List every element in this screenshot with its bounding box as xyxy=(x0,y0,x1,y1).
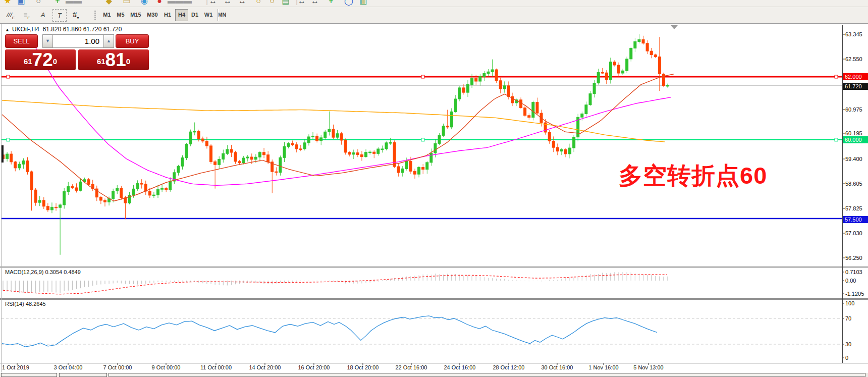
resistance-price-badge: 62.000 xyxy=(843,73,868,80)
buy-price-small: 61 xyxy=(97,57,105,66)
pivot-line-handle xyxy=(421,138,424,141)
sell-button[interactable]: SELL xyxy=(5,34,38,48)
one-click-trading-panel: SELL ▼ ▲ BUY 61720 61810 xyxy=(4,34,149,71)
volume-decrease-button[interactable]: ▼ xyxy=(42,34,53,48)
pivot-line[interactable] xyxy=(2,138,842,141)
rsi-panel xyxy=(2,316,842,347)
volume-increase-button[interactable]: ▲ xyxy=(103,34,114,48)
resistance-line[interactable] xyxy=(2,75,842,78)
buy-price-box[interactable]: 61810 xyxy=(78,49,149,70)
sell-price-small: 61 xyxy=(24,57,32,66)
rsi-label: RSI(14) 48.2645 xyxy=(5,301,46,307)
resistance-line-handle xyxy=(7,75,10,78)
macd-label: MACD(12,26,9) 0.3054 0.4849 xyxy=(5,269,81,275)
support-price-badge: 57.500 xyxy=(843,216,868,223)
sell-price-big: 72 xyxy=(32,49,53,70)
resistance-line-handle xyxy=(421,75,424,78)
sell-price-sup: 0 xyxy=(53,57,57,66)
pivot-line-handle xyxy=(7,138,10,141)
pivot-line-handle xyxy=(835,138,838,141)
macd-signal-line xyxy=(3,275,667,294)
buy-button[interactable]: BUY xyxy=(116,34,149,48)
collapse-panel-icon[interactable]: ▲ xyxy=(5,27,10,32)
chart-title: ▲UKOil-,H4 61.820 61.860 61.720 61.720 xyxy=(5,26,122,33)
chart-text-annotation[interactable]: 多空转折点60 xyxy=(619,164,767,187)
buy-price-sup: 0 xyxy=(126,57,130,66)
macd-panel xyxy=(3,272,668,294)
current-price-badge: 61.720 xyxy=(843,83,868,90)
chart-shift-marker[interactable] xyxy=(671,25,678,29)
rsi-line xyxy=(2,316,657,347)
buy-price-big: 81 xyxy=(105,49,126,70)
sell-price-box[interactable]: 61720 xyxy=(5,49,76,70)
pivot-price-badge: 60.000 xyxy=(843,136,868,143)
symbol-period-label: UKOil-,H4 xyxy=(12,26,39,33)
edge-candle-fragment xyxy=(2,145,4,163)
volume-input[interactable] xyxy=(53,34,103,48)
ohlc-values: 61.820 61.860 61.720 61.720 xyxy=(43,26,122,33)
resistance-line-handle xyxy=(835,75,838,78)
